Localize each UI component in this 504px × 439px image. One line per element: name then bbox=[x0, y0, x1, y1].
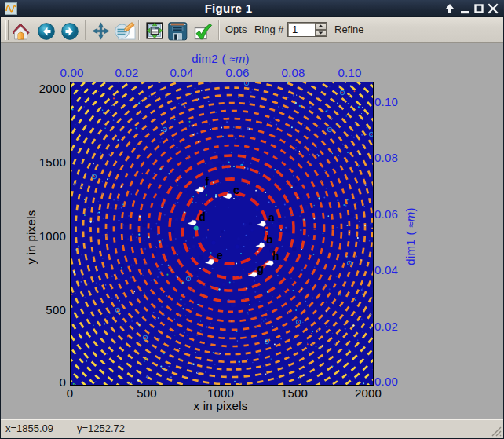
svg-text:a: a bbox=[268, 211, 275, 224]
svg-text:e: e bbox=[217, 249, 223, 262]
svg-text:f: f bbox=[206, 175, 210, 188]
svg-text:c: c bbox=[233, 184, 239, 196]
svg-text:g: g bbox=[257, 262, 265, 275]
svg-text:b: b bbox=[266, 233, 273, 246]
svg-text:h: h bbox=[272, 250, 279, 262]
svg-text:d: d bbox=[199, 210, 206, 223]
